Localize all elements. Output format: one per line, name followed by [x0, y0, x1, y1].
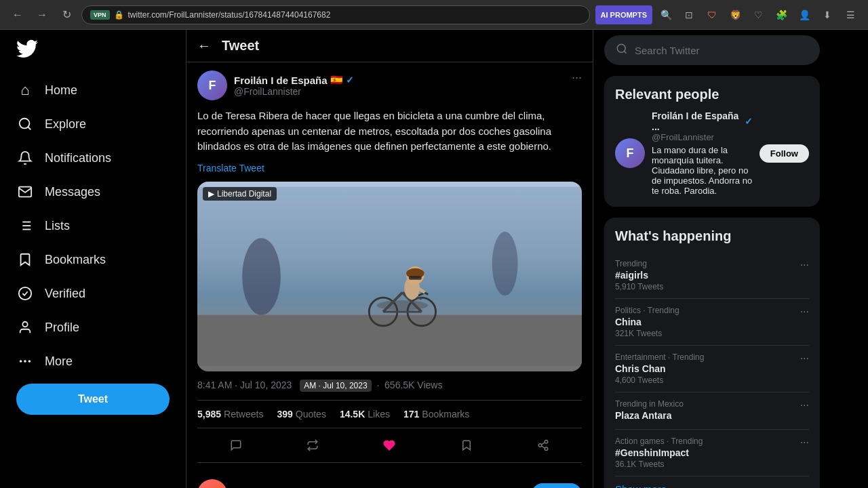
relevant-handle: @FroilLannister [652, 132, 753, 142]
reply-submit-button[interactable]: Reply [532, 483, 582, 488]
tweet-button[interactable]: Tweet [16, 384, 170, 415]
media-play-icon: ▶ [208, 189, 214, 199]
verified-icon [16, 285, 34, 302]
likes-stat[interactable]: 14.5K Likes [340, 409, 390, 420]
trending-options-3-button[interactable]: ··· [800, 399, 809, 411]
svg-point-9 [22, 322, 27, 327]
back-nav-button[interactable]: ← [8, 5, 27, 24]
retweet-action-button[interactable] [301, 434, 324, 457]
browser-extensions-button[interactable]: 🧩 [772, 5, 791, 24]
sidebar-item-bookmarks[interactable]: Bookmarks [8, 243, 178, 277]
bookmarks-label: Bookmarks [422, 409, 469, 420]
trending-count-0: 5,910 Tweets [615, 282, 663, 291]
page-title: Tweet [222, 38, 259, 54]
back-button[interactable]: ← [197, 38, 211, 54]
browser-menu-button[interactable]: ☰ [841, 5, 860, 24]
sidebar-item-profile[interactable]: Profile [8, 310, 178, 344]
trending-options-4-button[interactable]: ··· [800, 436, 809, 449]
twitter-logo[interactable] [8, 30, 178, 70]
tweet-more-options-button[interactable]: ··· [572, 70, 582, 85]
share-action-button[interactable] [532, 434, 555, 457]
forward-nav-button[interactable]: → [33, 5, 52, 24]
follow-button[interactable]: Follow [760, 144, 809, 163]
trending-options-2-button[interactable]: ··· [800, 352, 809, 365]
profile-icon [16, 319, 34, 336]
sidebar-item-profile-label: Profile [45, 321, 79, 335]
relevant-person-avatar-placeholder: F [615, 138, 645, 168]
main-nav: ⌂ Home Explore Notifications Messages [8, 73, 178, 378]
sidebar-item-messages[interactable]: Messages [8, 175, 178, 209]
brave-shield-button[interactable]: 🛡 [703, 5, 722, 24]
ai-prompts-button[interactable]: AI PROMPTS [595, 5, 652, 24]
trending-options-1-button[interactable]: ··· [800, 306, 809, 318]
translate-tweet-link[interactable]: Translate Tweet [197, 163, 582, 174]
sidebar-item-lists[interactable]: Lists [8, 209, 178, 243]
trending-category-1: Politics · Trending [615, 306, 679, 315]
svg-point-37 [617, 44, 625, 52]
relevant-person-info: Froilán I de España ... ✓ @FroilLanniste… [652, 110, 753, 196]
trending-item-aigirls[interactable]: Trending #aigirls 5,910 Tweets ··· [615, 252, 809, 299]
trending-item-chrischan[interactable]: Entertainment · Trending Chris Chan 4,60… [615, 346, 809, 392]
like-action-button[interactable] [378, 434, 401, 457]
quotes-stat[interactable]: 399 Quotes [277, 409, 326, 420]
quotes-count: 399 [277, 409, 292, 420]
relevant-people-widget: Relevant people F Froilán I de España ..… [604, 76, 820, 207]
trending-item-aigirls-content: Trending #aigirls 5,910 Tweets [615, 259, 663, 291]
trending-item-china[interactable]: Politics · Trending China 321K Tweets ··… [615, 299, 809, 346]
whats-happening-title: What's happening [615, 228, 809, 244]
quotes-label: Quotes [296, 409, 326, 420]
svg-rect-14 [197, 314, 582, 366]
brave-rewards-button[interactable]: 🦁 [726, 5, 745, 24]
search-input[interactable] [635, 45, 808, 56]
tweet-author-avatar[interactable]: F [197, 70, 227, 100]
browser-tab-button[interactable]: ⊡ [679, 5, 698, 24]
browser-bookmark-heart[interactable]: ♡ [749, 5, 768, 24]
bookmark-action-button[interactable] [455, 434, 478, 457]
svg-rect-30 [409, 276, 422, 280]
trending-item-chrischan-content: Entertainment · Trending Chris Chan 4,60… [615, 352, 704, 385]
sidebar-item-more[interactable]: More [8, 344, 178, 378]
trending-item-genshin[interactable]: Action games · Trending #GenshinImpact 3… [615, 430, 809, 476]
reply-user-avatar: U [197, 479, 227, 488]
svg-line-36 [542, 443, 545, 445]
sidebar-item-messages-label: Messages [45, 185, 100, 199]
browser-download-button[interactable]: ⬇ [818, 5, 837, 24]
search-icon [616, 43, 628, 58]
left-sidebar: ⌂ Home Explore Notifications Messages [0, 30, 186, 488]
sidebar-item-verified[interactable]: Verified [8, 277, 178, 310]
app-container: ⌂ Home Explore Notifications Messages [0, 30, 868, 488]
trending-count-4: 36.1K Tweets [615, 460, 703, 469]
svg-line-35 [542, 446, 545, 448]
url-bar[interactable]: VPN 🔒 twitter.com/FroilLannister/status/… [81, 5, 590, 24]
trending-options-0-button[interactable]: ··· [800, 259, 809, 271]
relevant-name-text: Froilán I de España ... [652, 110, 742, 132]
svg-point-15 [242, 238, 281, 314]
trending-item-plazaantara-content: Trending in Mexico Plaza Antara [615, 399, 684, 422]
trending-item-china-content: Politics · Trending China 321K Tweets [615, 306, 679, 338]
lists-icon [16, 217, 34, 235]
trending-name-3: Plaza Antara [615, 410, 684, 421]
sidebar-item-notifications[interactable]: Notifications [8, 141, 178, 175]
url-text: twitter.com/FroilLannister/status/167841… [128, 10, 331, 20]
browser-action-group: AI PROMPTS 🔍 ⊡ 🛡 🦁 ♡ 🧩 👤 ⬇ ☰ [595, 5, 860, 24]
refresh-nav-button[interactable]: ↻ [57, 5, 76, 24]
sidebar-item-notifications-label: Notifications [45, 151, 111, 165]
bookmarks-stat[interactable]: 171 Bookmarks [403, 409, 469, 420]
tweet-timestamp[interactable]: 8:41 AM · Jul 10, 2023 AM · Jul 10, 2023… [197, 380, 582, 392]
sidebar-item-home[interactable]: ⌂ Home [8, 73, 178, 107]
tweet-action-bar [197, 428, 582, 463]
tweet-text-content: Lo de Teresa Ribera de hacer que llegas … [197, 108, 582, 155]
trending-count-2: 4,600 Tweets [615, 375, 704, 385]
retweets-stat[interactable]: 5,985 Retweets [197, 409, 263, 420]
tweet-user-row: F Froilán I de España 🇪🇸 ✓ @FroilLannist… [197, 70, 582, 100]
tweet-media[interactable]: ▶ Libertad Digital [197, 182, 582, 371]
sidebar-item-lists-label: Lists [45, 219, 70, 233]
sidebar-item-explore[interactable]: Explore [8, 107, 178, 141]
trending-item-plazaantara[interactable]: Trending in Mexico Plaza Antara ··· [615, 392, 809, 430]
relevant-person-avatar[interactable]: F [615, 138, 645, 168]
browser-search-button[interactable]: 🔍 [656, 5, 675, 24]
browser-profile-button[interactable]: 👤 [795, 5, 814, 24]
show-more-trending-button[interactable]: Show more [615, 476, 667, 488]
svg-point-12 [20, 361, 22, 362]
reply-action-button[interactable] [224, 434, 248, 457]
